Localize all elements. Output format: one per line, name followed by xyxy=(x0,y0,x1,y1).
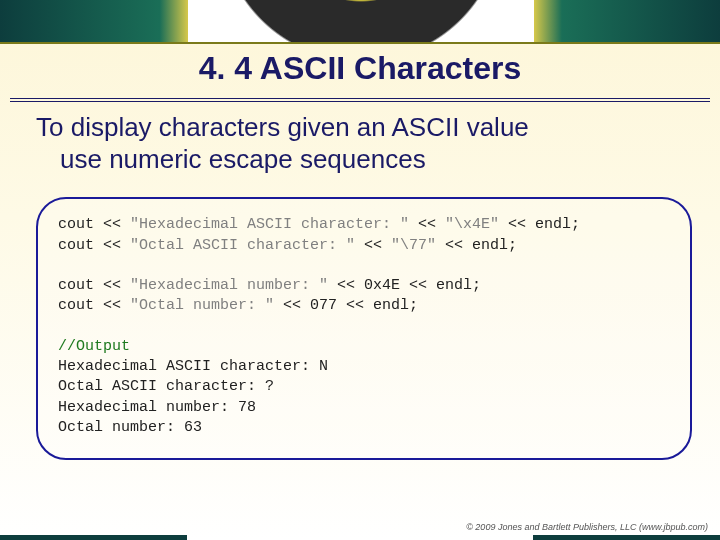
code-text: cout << xyxy=(58,297,130,314)
code-block: cout << "Hexadecimal ASCII character: " … xyxy=(58,215,670,438)
code-string: "Octal number: " xyxy=(130,297,274,314)
banner-right xyxy=(534,0,720,44)
code-text: cout << xyxy=(58,237,130,254)
code-box: cout << "Hexadecimal ASCII character: " … xyxy=(36,197,692,460)
footer-accent xyxy=(0,535,720,540)
output-line: Octal number: 63 xyxy=(58,419,202,436)
code-text: << 077 << endl; xyxy=(274,297,418,314)
intro-line-1: To display characters given an ASCII val… xyxy=(36,112,692,144)
code-string: "\77" xyxy=(391,237,436,254)
code-text: cout << xyxy=(58,277,130,294)
code-text: cout << xyxy=(58,216,130,233)
code-string: "\x4E" xyxy=(445,216,499,233)
code-text: << xyxy=(355,237,391,254)
code-string: "Hexadecimal number: " xyxy=(130,277,328,294)
output-line: Hexadecimal ASCII character: N xyxy=(58,358,328,375)
output-line: Octal ASCII character: ? xyxy=(58,378,274,395)
output-line: Hexadecimal number: 78 xyxy=(58,399,256,416)
copyright-footer: © 2009 Jones and Bartlett Publishers, LL… xyxy=(466,522,708,532)
code-string: "Octal ASCII character: " xyxy=(130,237,355,254)
slide: 4. 4 ASCII Characters To display charact… xyxy=(0,0,720,540)
slide-title: 4. 4 ASCII Characters xyxy=(0,50,720,87)
code-text: << endl; xyxy=(499,216,580,233)
code-text: << xyxy=(409,216,445,233)
title-underline xyxy=(10,98,710,102)
code-string: "Hexadecimal ASCII character: " xyxy=(130,216,409,233)
header-banner xyxy=(0,0,720,44)
code-text: << endl; xyxy=(436,237,517,254)
intro-text: To display characters given an ASCII val… xyxy=(36,112,692,175)
slide-body: To display characters given an ASCII val… xyxy=(36,112,692,460)
banner-center-graphic xyxy=(188,0,534,44)
code-comment: //Output xyxy=(58,338,130,355)
intro-line-2: use numeric escape sequences xyxy=(36,144,692,176)
code-text: << 0x4E << endl; xyxy=(328,277,481,294)
banner-left xyxy=(0,0,188,44)
